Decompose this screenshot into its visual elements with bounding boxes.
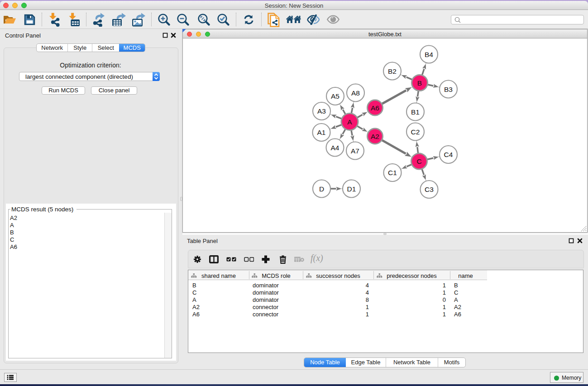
svg-text:C: C xyxy=(416,157,421,165)
svg-text:A2: A2 xyxy=(371,133,379,140)
svg-text:C2: C2 xyxy=(411,128,420,136)
svg-text:C1: C1 xyxy=(388,169,397,176)
svg-text:D1: D1 xyxy=(347,185,356,193)
svg-text:D: D xyxy=(319,185,324,193)
svg-text:B2: B2 xyxy=(388,67,397,75)
svg-text:A5: A5 xyxy=(331,92,339,100)
svg-text:A4: A4 xyxy=(331,144,339,152)
svg-text:B: B xyxy=(417,79,422,87)
svg-text:A3: A3 xyxy=(317,107,326,115)
svg-text:A7: A7 xyxy=(351,147,359,155)
svg-text:B1: B1 xyxy=(411,108,420,116)
svg-text:B3: B3 xyxy=(444,86,453,93)
svg-text:C4: C4 xyxy=(444,151,453,158)
svg-text:A: A xyxy=(347,118,352,126)
svg-text:B4: B4 xyxy=(425,51,433,58)
svg-text:C3: C3 xyxy=(425,186,434,193)
svg-text:A8: A8 xyxy=(351,89,360,97)
svg-text:A1: A1 xyxy=(317,129,326,136)
svg-text:A6: A6 xyxy=(371,104,379,112)
